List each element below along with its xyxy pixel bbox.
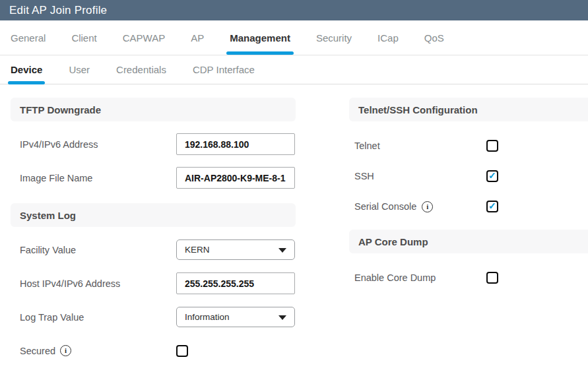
tab-client[interactable]: Client bbox=[71, 20, 96, 55]
caret-down-icon bbox=[278, 248, 286, 253]
telnet-label: Telnet bbox=[354, 141, 486, 151]
image-file-name-label: Image File Name bbox=[20, 173, 176, 183]
facility-value-label: Facility Value bbox=[20, 245, 176, 255]
info-icon[interactable]: i bbox=[422, 201, 433, 212]
field-image-file-name: Image File Name bbox=[20, 167, 349, 189]
facility-value-selected: KERN bbox=[185, 245, 210, 255]
dialog-title: Edit AP Join Profile bbox=[9, 4, 107, 17]
ssh-checkbox[interactable] bbox=[486, 170, 498, 182]
telnet-checkbox[interactable] bbox=[486, 140, 498, 152]
section-telnet-ssh: Telnet/SSH Configuration bbox=[349, 98, 588, 121]
field-log-trap-value: Log Trap Value Information bbox=[20, 306, 349, 328]
field-telnet: Telnet bbox=[354, 140, 588, 152]
main-tab-bar: General Client CAPWAP AP Management Secu… bbox=[0, 20, 588, 55]
serial-console-label: Serial Console bbox=[354, 201, 416, 212]
caret-down-icon bbox=[278, 315, 286, 320]
secured-label: Secured bbox=[20, 346, 55, 356]
tab-ap[interactable]: AP bbox=[191, 20, 204, 55]
tab-qos[interactable]: QoS bbox=[424, 20, 444, 55]
section-title: AP Core Dump bbox=[358, 236, 428, 247]
host-address-label: Host IPv4/IPv6 Address bbox=[20, 278, 176, 289]
left-column: TFTP Downgrade IPv4/IPv6 Address Image F… bbox=[0, 98, 349, 362]
subtab-user[interactable]: User bbox=[69, 55, 90, 84]
tab-capwap[interactable]: CAPWAP bbox=[123, 20, 165, 55]
subtab-cdp-interface[interactable]: CDP Interface bbox=[193, 55, 255, 84]
field-secured: Secured i bbox=[20, 340, 349, 362]
field-serial-console: Serial Console i bbox=[354, 201, 588, 212]
section-title: Telnet/SSH Configuration bbox=[358, 104, 478, 115]
section-title: TFTP Downgrade bbox=[20, 104, 101, 115]
subtab-device[interactable]: Device bbox=[11, 55, 42, 84]
secured-checkbox[interactable] bbox=[176, 345, 188, 357]
host-address-input[interactable] bbox=[176, 272, 295, 294]
sub-tab-bar: Device User Credentials CDP Interface bbox=[0, 55, 588, 84]
log-trap-value-label: Log Trap Value bbox=[20, 312, 176, 323]
serial-console-checkbox[interactable] bbox=[486, 201, 498, 212]
tab-icap[interactable]: ICap bbox=[377, 20, 399, 55]
section-tftp-downgrade: TFTP Downgrade bbox=[11, 98, 296, 121]
log-trap-value-select[interactable]: Information bbox=[176, 307, 295, 327]
field-ssh: SSH bbox=[354, 170, 588, 182]
section-ap-core-dump: AP Core Dump bbox=[349, 230, 588, 253]
ipv4-ipv6-address-label: IPv4/IPv6 Address bbox=[20, 139, 176, 150]
tab-security[interactable]: Security bbox=[316, 20, 352, 55]
subtab-credentials[interactable]: Credentials bbox=[116, 55, 166, 84]
enable-core-dump-checkbox[interactable] bbox=[486, 272, 498, 284]
field-host-address: Host IPv4/IPv6 Address bbox=[20, 272, 349, 294]
dialog-titlebar: Edit AP Join Profile bbox=[0, 0, 588, 20]
image-file-name-input[interactable] bbox=[176, 167, 295, 189]
log-trap-value-selected: Information bbox=[185, 312, 230, 322]
ssh-label: SSH bbox=[354, 171, 486, 181]
right-column: Telnet/SSH Configuration Telnet SSH Seri… bbox=[349, 98, 588, 362]
field-facility-value: Facility Value KERN bbox=[20, 239, 349, 261]
field-ipv4-ipv6-address: IPv4/IPv6 Address bbox=[20, 133, 349, 155]
section-title: System Log bbox=[20, 210, 76, 221]
ipv4-ipv6-address-input[interactable] bbox=[176, 133, 295, 155]
tab-general[interactable]: General bbox=[11, 20, 46, 55]
enable-core-dump-label: Enable Core Dump bbox=[354, 272, 486, 283]
field-enable-core-dump: Enable Core Dump bbox=[354, 272, 588, 284]
tab-content: TFTP Downgrade IPv4/IPv6 Address Image F… bbox=[0, 84, 588, 362]
info-icon[interactable]: i bbox=[60, 345, 71, 356]
tab-management[interactable]: Management bbox=[230, 20, 290, 55]
facility-value-select[interactable]: KERN bbox=[176, 239, 295, 260]
section-system-log: System Log bbox=[11, 203, 296, 227]
